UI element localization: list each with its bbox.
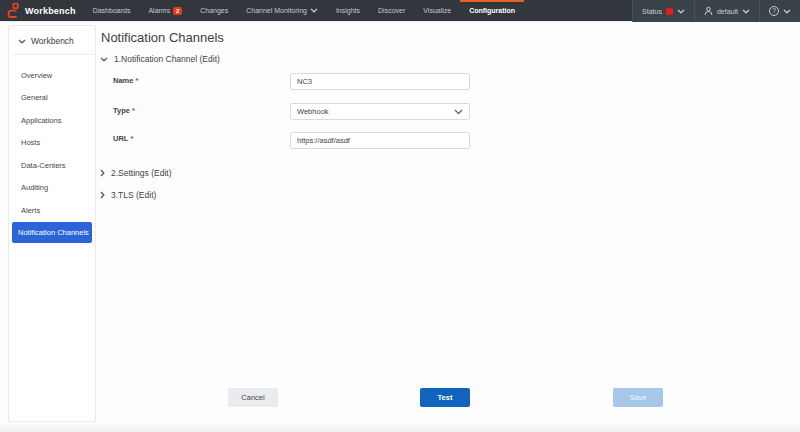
nav-label: Discover (378, 7, 405, 14)
sidebar: Workbench Overview General Applications … (8, 25, 96, 422)
required-asterisk: * (132, 106, 135, 115)
chevron-right-icon (100, 191, 105, 199)
url-field-label: URL* (113, 134, 133, 143)
nav-label: Channel Monitoring (246, 7, 307, 14)
sidebar-item-label: Applications (21, 116, 61, 125)
required-asterisk: * (130, 134, 133, 143)
section-settings[interactable]: 2.Settings (Edit) (100, 168, 171, 178)
chevron-down-icon (18, 39, 26, 44)
sidebar-workbench-toggle[interactable]: Workbench (9, 26, 95, 54)
sidebar-item-label: Alerts (21, 206, 40, 215)
sidebar-item-general[interactable]: General (9, 87, 95, 110)
sidebar-item-overview[interactable]: Overview (9, 64, 95, 87)
page-title: Notification Channels (101, 30, 224, 45)
user-name: default (717, 8, 738, 15)
main-nav: Dashboards Alarms 2 Changes Channel Moni… (84, 0, 524, 21)
chevron-down-icon (783, 9, 791, 14)
topbar-right-cluster: Status default ? (632, 0, 800, 22)
app-window: Workbench Dashboards Alarms 2 Changes Ch… (0, 0, 800, 432)
sidebar-divider (13, 54, 95, 55)
nav-item-insights[interactable]: Insights (327, 0, 369, 21)
type-field-label: Type* (113, 106, 135, 115)
nav-item-dashboards[interactable]: Dashboards (84, 0, 140, 21)
type-select-value: Webhook (297, 107, 329, 116)
nav-label: Insights (336, 7, 360, 14)
nav-item-alarms[interactable]: Alarms 2 (139, 0, 191, 21)
sidebar-item-alerts[interactable]: Alerts (9, 199, 95, 222)
sidebar-item-hosts[interactable]: Hosts (9, 132, 95, 155)
nav-item-configuration[interactable]: Configuration (460, 0, 524, 21)
nav-item-visualize[interactable]: Visualize (414, 0, 460, 21)
nav-item-discover[interactable]: Discover (369, 0, 414, 21)
section-label: 3.TLS (Edit) (111, 190, 156, 200)
nav-label: Configuration (469, 7, 515, 14)
sidebar-header-label: Workbench (31, 36, 74, 46)
user-menu[interactable]: default (694, 0, 759, 22)
sidebar-item-label: Notification Channels (18, 228, 89, 237)
footer-strip (0, 422, 800, 432)
status-dropdown[interactable]: Status (632, 0, 694, 22)
nav-item-channel-monitoring[interactable]: Channel Monitoring (237, 0, 327, 21)
chevron-down-icon (677, 9, 685, 14)
test-button[interactable]: Test (420, 388, 470, 407)
sidebar-item-label: Data-Centers (21, 161, 66, 170)
nav-label: Dashboards (93, 7, 131, 14)
user-icon (704, 6, 713, 16)
save-button[interactable]: Save (613, 388, 663, 407)
sidebar-item-label: Overview (21, 71, 52, 80)
status-label: Status (642, 8, 662, 15)
url-input[interactable] (290, 132, 470, 149)
status-indicator-red (666, 8, 673, 15)
brand[interactable]: Workbench (0, 0, 84, 21)
sidebar-item-auditing[interactable]: Auditing (9, 177, 95, 200)
chevron-down-icon (100, 57, 108, 62)
sidebar-item-label: Hosts (21, 138, 40, 147)
section-label: 2.Settings (Edit) (111, 168, 171, 178)
nav-label: Visualize (423, 7, 451, 14)
nav-label: Changes (200, 7, 228, 14)
chevron-down-icon (454, 109, 463, 115)
cancel-button[interactable]: Cancel (228, 388, 278, 407)
type-select[interactable]: Webhook (290, 103, 470, 120)
sidebar-item-notification-channels[interactable]: Notification Channels (12, 222, 92, 243)
main-content: Notification Channels 1.Notification Cha… (96, 23, 800, 432)
help-icon: ? (769, 6, 779, 16)
nav-label: Alarms (148, 7, 170, 14)
sidebar-item-label: Auditing (21, 183, 48, 192)
sidebar-item-applications[interactable]: Applications (9, 109, 95, 132)
chevron-right-icon (100, 169, 105, 177)
name-field-label: Name* (113, 76, 138, 85)
app-logo-icon (4, 2, 20, 19)
brand-name: Workbench (25, 6, 76, 16)
sidebar-item-label: General (21, 93, 48, 102)
section-tls[interactable]: 3.TLS (Edit) (100, 190, 156, 200)
sidebar-item-data-centers[interactable]: Data-Centers (9, 154, 95, 177)
sidebar-items: Overview General Applications Hosts Data… (9, 64, 95, 243)
section-notification-channel[interactable]: 1.Notification Channel (Edit) (100, 54, 220, 64)
section-label: 1.Notification Channel (Edit) (114, 54, 220, 64)
name-input[interactable] (290, 73, 470, 90)
required-asterisk: * (135, 76, 138, 85)
nav-item-changes[interactable]: Changes (191, 0, 237, 21)
alarms-count-badge: 2 (173, 7, 182, 15)
chevron-down-icon (310, 8, 318, 13)
chevron-down-icon (742, 9, 750, 14)
help-menu[interactable]: ? (759, 0, 800, 22)
top-navigation-bar: Workbench Dashboards Alarms 2 Changes Ch… (0, 0, 800, 22)
